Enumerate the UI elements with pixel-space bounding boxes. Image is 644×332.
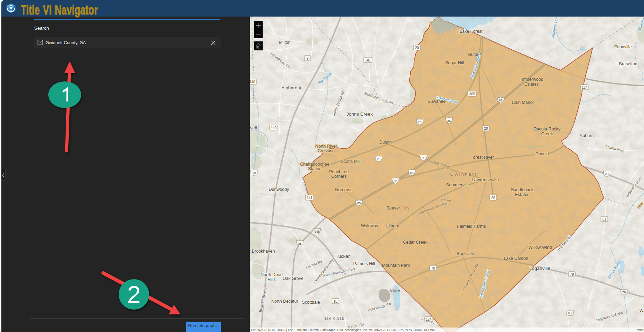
svg-text:Corners: Corners <box>331 174 347 179</box>
svg-text:DeKalb: DeKalb <box>325 316 345 321</box>
svg-text:Alpharetta: Alpharetta <box>281 85 303 90</box>
svg-text:Scottdale: Scottdale <box>302 300 320 305</box>
svg-text:Timberwood: Timberwood <box>520 77 543 82</box>
svg-text:North River: North River <box>315 144 337 149</box>
svg-text:85: 85 <box>499 99 502 102</box>
svg-text:Hills: Hills <box>267 277 276 282</box>
svg-text:285: 285 <box>314 230 320 233</box>
svg-text:Ednaville: Ednaville <box>614 45 632 49</box>
svg-text:141: 141 <box>365 58 371 62</box>
svg-text:85: 85 <box>298 242 302 245</box>
svg-text:Duluth: Duluth <box>379 140 392 145</box>
svg-text:20: 20 <box>491 196 495 200</box>
svg-text:141: 141 <box>307 196 313 200</box>
svg-text:85: 85 <box>357 202 361 205</box>
svg-text:140: 140 <box>271 126 277 130</box>
svg-text:Saddleback: Saddleback <box>511 187 534 192</box>
svg-text:85: 85 <box>394 179 397 183</box>
svg-text:365: 365 <box>469 92 475 96</box>
svg-text:78: 78 <box>431 266 435 270</box>
svg-text:Summerville: Summerville <box>446 183 470 187</box>
svg-text:Mountain Park: Mountain Park <box>382 263 410 268</box>
svg-text:20: 20 <box>484 127 488 130</box>
svg-text:Johns Creek: Johns Creek <box>347 111 373 117</box>
svg-text:Scotts Mill: Scotts Mill <box>341 159 361 164</box>
svg-text:Wa: Wa <box>640 308 644 313</box>
svg-text:Sugar Hill: Sugar Hill <box>445 60 464 65</box>
svg-text:Tucker: Tucker <box>336 254 350 259</box>
svg-text:Wyloway: Wyloway <box>361 223 379 228</box>
svg-text:140: 140 <box>250 80 255 84</box>
svg-text:North Decatur: North Decatur <box>271 299 298 304</box>
svg-text:2: 2 <box>127 281 141 308</box>
svg-text:78: 78 <box>570 273 574 276</box>
svg-text:85: 85 <box>422 156 425 160</box>
svg-text:Creek: Creek <box>541 131 553 136</box>
svg-text:Esri, NASA, NGA, USGS | Esri,: Esri, NASA, NGA, USGS | Esri, TomTom, Ga… <box>251 328 435 332</box>
svg-text:Brookhaven: Brookhaven <box>252 249 275 254</box>
svg-text:124: 124 <box>426 318 432 321</box>
svg-text:9: 9 <box>306 57 309 60</box>
svg-text:29: 29 <box>605 172 609 176</box>
svg-text:Lawrenceville: Lawrenceville <box>472 177 499 182</box>
svg-text:Estates: Estates <box>524 82 539 87</box>
svg-text:Station: Station <box>308 166 322 171</box>
svg-text:85: 85 <box>410 171 413 175</box>
svg-text:Oak Grove: Oak Grove <box>283 276 303 281</box>
svg-text:well: well <box>250 125 257 130</box>
svg-text:Dacula: Dacula <box>536 152 549 156</box>
svg-text:Gwinnett: Gwinnett <box>450 172 477 177</box>
svg-text:Patriots Hill: Patriots Hill <box>353 261 375 266</box>
svg-text:Estates: Estates <box>515 192 529 197</box>
svg-text:Dacula-Rocky: Dacula-Rocky <box>534 127 561 131</box>
svg-text:Braselton: Braselton <box>619 61 637 66</box>
svg-text:Auburn: Auburn <box>580 133 594 138</box>
svg-text:Dunwoody: Dunwoody <box>269 187 289 192</box>
svg-text:19: 19 <box>252 171 256 175</box>
svg-text:Lilburn: Lilburn <box>386 224 399 228</box>
svg-text:Snellville: Snellville <box>456 251 474 256</box>
svg-text:Beaver Hills: Beaver Hills <box>387 206 410 211</box>
svg-text:Norcross: Norcross <box>335 187 352 192</box>
svg-text:Milton: Milton <box>279 40 290 45</box>
svg-text:Powere: Powere <box>636 328 644 332</box>
svg-text:Chattahoochee: Chattahoochee <box>300 162 330 167</box>
svg-text:Lake Forest: Lake Forest <box>460 29 483 34</box>
svg-text:North Druid: North Druid <box>261 272 283 277</box>
svg-text:Peachtree: Peachtree <box>329 169 349 174</box>
svg-text:Fairfield Farms: Fairfield Farms <box>457 224 486 229</box>
svg-text:81: 81 <box>568 311 572 315</box>
svg-text:Cedar Creek: Cedar Creek <box>403 240 428 245</box>
svg-text:23: 23 <box>418 120 422 124</box>
svg-text:Crossing: Crossing <box>318 148 334 153</box>
svg-text:1680 ft: 1680 ft <box>389 289 400 293</box>
svg-text:Forest River: Forest River <box>470 155 494 160</box>
svg-text:23: 23 <box>377 157 381 161</box>
svg-text:10: 10 <box>333 300 338 303</box>
svg-text:Willow Wind: Willow Wind <box>528 245 552 250</box>
svg-text:85: 85 <box>447 119 451 123</box>
svg-text:78: 78 <box>622 290 626 294</box>
svg-text:81: 81 <box>602 217 606 221</box>
svg-text:20: 20 <box>415 46 419 50</box>
svg-text:Lake Carlton: Lake Carlton <box>504 256 528 261</box>
svg-text:Cain Manor: Cain Manor <box>512 100 534 105</box>
svg-text:Loganville: Loganville <box>529 266 550 271</box>
svg-text:124: 124 <box>582 86 588 89</box>
